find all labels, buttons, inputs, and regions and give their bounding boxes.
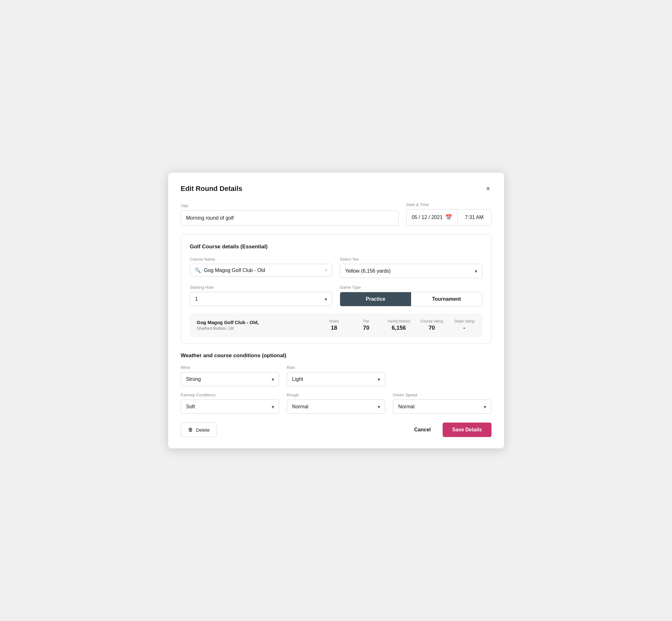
weather-title: Weather and course conditions (optional) [181, 353, 492, 359]
course-rating-label: Course rating [420, 319, 443, 323]
datetime-row: 05 / 12 / 2021 📅 7:31 AM [406, 209, 492, 225]
wind-group: Wind Strong [181, 365, 279, 386]
yards-value: 6,156 [392, 325, 406, 331]
rough-dropdown[interactable]: Normal [287, 400, 385, 414]
course-main-name: Gog Magog Golf Club - Old, [197, 320, 313, 325]
course-name-group: Course Name 🔍 × [190, 257, 333, 278]
green-speed-label: Green Speed [393, 392, 491, 397]
footer-row: 🗑 Delete Cancel Save Details [181, 422, 492, 437]
fairway-rough-green-row: Fairway Conditions Soft Rough Normal Gre… [181, 392, 492, 414]
time-field[interactable]: 7:31 AM [458, 210, 491, 225]
starting-hole-dropdown[interactable]: 1 [190, 292, 333, 306]
hole-gametype-row: Starting Hole 1 Game Type Practice Tourn… [190, 285, 482, 306]
course-section: Golf Course details (Essential) Course N… [181, 235, 492, 344]
clear-icon[interactable]: × [325, 267, 328, 273]
practice-button[interactable]: Practice [340, 292, 411, 306]
slope-rating-label: Slope rating [454, 319, 474, 323]
green-speed-group: Green Speed Normal [393, 392, 491, 414]
close-button[interactable]: × [485, 184, 492, 194]
footer-right: Cancel Save Details [411, 422, 492, 437]
calendar-icon: 📅 [445, 214, 452, 221]
date-field[interactable]: 05 / 12 / 2021 📅 [407, 210, 458, 225]
course-rating-value: 70 [428, 325, 435, 331]
weather-section: Weather and course conditions (optional)… [181, 353, 492, 414]
select-tee-wrap: Yellow (6,156 yards) [340, 264, 482, 278]
wind-label: Wind [181, 365, 279, 370]
rain-group: Rain Light [287, 365, 385, 386]
rain-dropdown[interactable]: Light [287, 372, 385, 386]
select-tee-group: Select Tee Yellow (6,156 yards) [340, 257, 482, 278]
fairway-group: Fairway Conditions Soft [181, 392, 279, 414]
stat-yards: Yards(Yellow) 6,156 [387, 319, 411, 331]
tournament-button[interactable]: Tournament [411, 292, 482, 306]
course-section-title: Golf Course details (Essential) [190, 244, 482, 250]
select-tee-label: Select Tee [340, 257, 482, 261]
save-button[interactable]: Save Details [443, 422, 491, 437]
edit-round-modal: Edit Round Details × Title Date & Time 0… [168, 173, 504, 448]
wind-wrap: Strong [181, 372, 279, 386]
delete-label: Delete [196, 427, 210, 432]
game-type-group: Game Type Practice Tournament [340, 285, 482, 306]
fairway-wrap: Soft [181, 400, 279, 414]
delete-button[interactable]: 🗑 Delete [181, 422, 217, 437]
rain-wrap: Light [287, 372, 385, 386]
date-value: 05 / 12 / 2021 [412, 215, 443, 220]
game-type-toggle: Practice Tournament [340, 292, 482, 306]
rough-wrap: Normal [287, 400, 385, 414]
rough-label: Rough [287, 392, 385, 397]
modal-title: Edit Round Details [181, 184, 243, 193]
modal-header: Edit Round Details × [181, 184, 492, 194]
search-icon: 🔍 [195, 267, 201, 273]
holes-value: 18 [331, 325, 337, 331]
slope-rating-value: - [463, 325, 465, 331]
green-speed-dropdown[interactable]: Normal [393, 400, 491, 414]
course-tee-row: Course Name 🔍 × Select Tee Yellow (6,156… [190, 257, 482, 278]
select-tee-dropdown[interactable]: Yellow (6,156 yards) [340, 264, 482, 278]
starting-hole-group: Starting Hole 1 [190, 285, 333, 306]
datetime-field-group: Date & Time 05 / 12 / 2021 📅 7:31 AM [406, 202, 492, 225]
course-sub-name: Shelford Bottom, UK [197, 326, 313, 331]
game-type-label: Game Type [340, 285, 482, 290]
cancel-button[interactable]: Cancel [411, 423, 434, 437]
title-field-group: Title [181, 204, 399, 225]
rough-group: Rough Normal [287, 392, 385, 414]
title-label: Title [181, 204, 399, 208]
datetime-label: Date & Time [406, 202, 492, 207]
trash-icon: 🗑 [188, 427, 193, 432]
wind-dropdown[interactable]: Strong [181, 372, 279, 386]
time-value: 7:31 AM [465, 215, 484, 220]
starting-hole-label: Starting Hole [190, 285, 333, 290]
course-name-label: Course Name [190, 257, 333, 261]
course-info-name: Gog Magog Golf Club - Old, Shelford Bott… [197, 320, 313, 331]
rain-label: Rain [287, 365, 385, 370]
top-row: Title Date & Time 05 / 12 / 2021 📅 7:31 … [181, 202, 492, 225]
fairway-dropdown[interactable]: Soft [181, 400, 279, 414]
fairway-label: Fairway Conditions [181, 392, 279, 397]
stat-holes: Holes 18 [323, 319, 345, 331]
holes-label: Holes [329, 319, 339, 323]
stat-course-rating: Course rating 70 [420, 319, 443, 331]
course-info-card: Gog Magog Golf Club - Old, Shelford Bott… [190, 313, 482, 337]
stat-par: Par 70 [355, 319, 377, 331]
course-name-input-wrap: 🔍 × [190, 264, 333, 277]
green-speed-wrap: Normal [393, 400, 491, 414]
yards-label: Yards(Yellow) [387, 319, 411, 323]
title-input[interactable] [181, 210, 399, 225]
stat-slope-rating: Slope rating - [453, 319, 475, 331]
starting-hole-wrap: 1 [190, 292, 333, 306]
wind-rain-row: Wind Strong Rain Light [181, 365, 492, 386]
par-label: Par [363, 319, 369, 323]
course-name-input[interactable] [204, 267, 322, 273]
par-value: 70 [363, 325, 370, 331]
